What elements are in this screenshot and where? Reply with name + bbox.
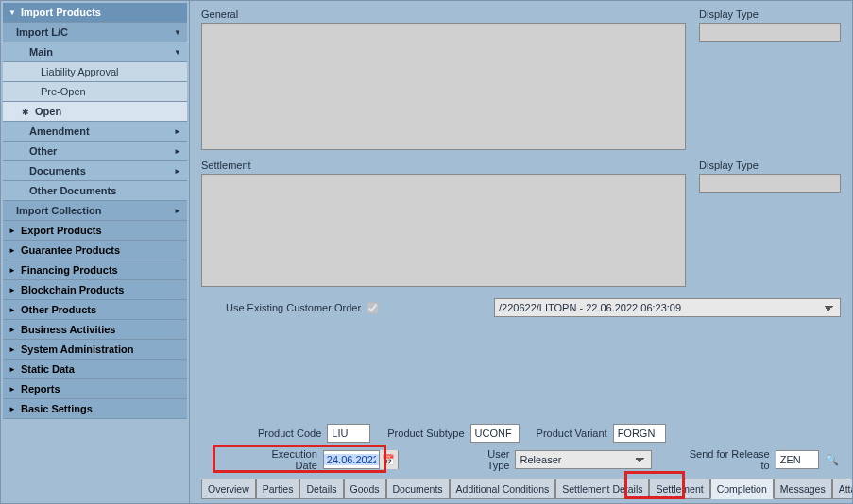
chevron-right-icon: [9, 306, 16, 314]
search-icon: 🔍: [826, 454, 839, 466]
nav-export-products[interactable]: Export Products: [3, 221, 187, 241]
execution-date-input[interactable]: [324, 454, 379, 465]
chevron-right-icon: [9, 246, 16, 255]
chevron-right-icon: [9, 365, 16, 374]
product-subtype-label: Product Subtype: [387, 428, 464, 439]
search-button[interactable]: 🔍: [825, 451, 841, 468]
nav-documents[interactable]: Documents: [3, 161, 187, 181]
existing-order-row: Use Existing Customer Order /220622/LITO…: [201, 298, 841, 317]
display-type-label-2: Display Type: [699, 160, 841, 171]
tab-completion[interactable]: Completion: [710, 479, 774, 499]
send-for-release-input[interactable]: [776, 450, 819, 469]
user-type-select[interactable]: Releaser: [515, 450, 652, 469]
nav-basic-settings[interactable]: Basic Settings: [3, 399, 187, 419]
nav-label: Reports: [21, 383, 60, 395]
nav-label: Other Products: [21, 304, 96, 315]
calendar-button[interactable]: 📅: [379, 450, 398, 469]
tab-additional-conditions[interactable]: Additional Conditions: [450, 479, 556, 499]
chevron-right-icon: [174, 167, 181, 176]
nav-label: Basic Settings: [21, 403, 93, 414]
nav-label: Financing Products: [21, 264, 118, 276]
product-variant-input[interactable]: [613, 424, 666, 443]
general-display-type-input[interactable]: [699, 23, 841, 42]
existing-order-select[interactable]: /220622/LITOPN - 22.06.2022 06:23:09: [494, 298, 841, 317]
settlement-label: Settlement: [201, 160, 686, 171]
tab-messages[interactable]: Messages: [774, 479, 832, 499]
nav-static-data[interactable]: Static Data: [3, 360, 187, 379]
nav-label: Import Products: [21, 7, 101, 18]
chevron-right-icon: [9, 326, 16, 334]
nav-pre-open[interactable]: Pre-Open: [3, 82, 187, 102]
chevron-down-icon: [174, 28, 181, 37]
nav-blockchain-products[interactable]: Blockchain Products: [3, 280, 187, 300]
tab-overview[interactable]: Overview: [201, 479, 256, 499]
chevron-right-icon: [9, 345, 16, 354]
display-type-label-1: Display Type: [699, 8, 841, 20]
execution-date-label: Execution Date: [249, 448, 317, 471]
chevron-right-icon: [9, 266, 16, 275]
chevron-right-icon: [9, 286, 16, 294]
nav-import-products[interactable]: Import Products: [3, 3, 187, 23]
nav-main[interactable]: Main: [3, 42, 187, 62]
chevron-right-icon: [174, 127, 181, 136]
product-subtype-input[interactable]: [470, 424, 520, 443]
product-variant-label: Product Variant: [537, 428, 607, 439]
execution-date-wrapper: 📅: [323, 450, 399, 469]
nav-reports[interactable]: Reports: [3, 379, 187, 399]
nav-label: Static Data: [21, 363, 75, 375]
nav-label: Documents: [29, 165, 86, 176]
nav-import-collection[interactable]: Import Collection: [3, 201, 187, 221]
product-code-label: Product Code: [258, 428, 321, 439]
nav-label: Business Activities: [21, 324, 115, 335]
tab-details[interactable]: Details: [299, 479, 343, 499]
tab-documents[interactable]: Documents: [386, 479, 450, 499]
nav-other[interactable]: Other: [3, 142, 187, 161]
tab-parties[interactable]: Parties: [256, 479, 300, 499]
nav-open[interactable]: Open: [3, 102, 187, 122]
nav-system-administration[interactable]: System Administration: [3, 340, 187, 360]
product-code-input[interactable]: [327, 424, 370, 443]
nav-label: System Administration: [21, 344, 133, 355]
nav-liability-approval[interactable]: Liability Approval: [3, 62, 187, 82]
chevron-right-icon: [9, 405, 16, 413]
sidebar: Import Products Import L/C Main Liabilit…: [1, 1, 190, 503]
settlement-row: Settlement Display Type: [201, 160, 841, 289]
nav-other-documents[interactable]: Other Documents: [3, 181, 187, 201]
nav-label: Import Collection: [16, 205, 101, 216]
existing-order-checkbox[interactable]: [367, 302, 379, 314]
nav-label: Other: [29, 145, 57, 157]
nav-amendment[interactable]: Amendment: [3, 122, 187, 142]
nav-business-activities[interactable]: Business Activities: [3, 320, 187, 340]
main-panel: General Display Type Settlement Display …: [190, 1, 852, 503]
nav-label: Main: [29, 46, 53, 58]
nav-financing-products[interactable]: Financing Products: [3, 260, 187, 280]
existing-order-label: Use Existing Customer Order: [226, 302, 361, 313]
general-label: General: [201, 8, 686, 20]
nav-other-products[interactable]: Other Products: [3, 300, 187, 320]
tabs-bar: Overview Parties Details Goods Documents…: [201, 479, 841, 499]
chevron-down-icon: [9, 8, 16, 17]
settlement-display-type-input[interactable]: [699, 174, 841, 193]
chevron-right-icon: [174, 147, 181, 156]
general-textarea[interactable]: [201, 23, 686, 150]
settlement-textarea[interactable]: [201, 174, 686, 287]
chevron-down-icon: [174, 48, 181, 57]
nav-label: Open: [35, 106, 61, 117]
chevron-right-icon: [9, 385, 16, 394]
nav-import-lc[interactable]: Import L/C: [3, 23, 187, 42]
nav-label: Import L/C: [16, 26, 68, 38]
tab-settlement[interactable]: Settlement: [649, 479, 709, 499]
general-row: General Display Type: [201, 8, 841, 152]
user-type-label: User Type: [465, 448, 510, 471]
nav-guarantee-products[interactable]: Guarantee Products: [3, 241, 187, 260]
tab-settlement-details[interactable]: Settlement Details: [555, 479, 649, 499]
tab-goods[interactable]: Goods: [344, 479, 386, 499]
nav-label: Pre-Open: [41, 86, 86, 97]
tab-attachments[interactable]: Attachments: [832, 479, 852, 499]
calendar-icon: 📅: [382, 454, 395, 466]
nav-label: Blockchain Products: [21, 284, 124, 295]
nav-label: Other Documents: [29, 185, 116, 196]
nav-label: Guarantee Products: [21, 244, 120, 256]
send-for-release-label: Send for Release to: [681, 448, 769, 471]
nav-label: Amendment: [29, 126, 90, 137]
